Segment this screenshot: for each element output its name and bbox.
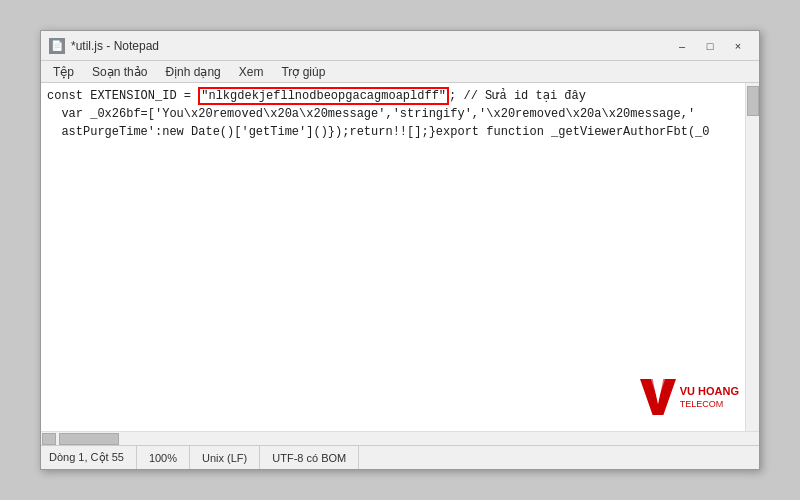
horizontal-scrollbar[interactable] (41, 431, 759, 445)
close-button[interactable]: × (725, 36, 751, 56)
minimize-button[interactable]: – (669, 36, 695, 56)
scrollbar-thumb[interactable] (747, 86, 759, 116)
menu-format[interactable]: Định dạng (157, 63, 228, 81)
logo-text-area: VU HOANG TELECOM (680, 385, 739, 408)
menu-edit[interactable]: Soạn thảo (84, 63, 155, 81)
highlighted-string: "nlkgdekjefllnodbeopgacagmoapldff" (198, 87, 449, 105)
scroll-left-btn[interactable] (42, 433, 56, 445)
logo-icon (640, 379, 676, 415)
logo-company: VU HOANG (680, 385, 739, 398)
title-bar-left: 📄 *util.js - Notepad (49, 38, 159, 54)
maximize-button[interactable]: □ (697, 36, 723, 56)
title-controls: – □ × (669, 36, 751, 56)
app-icon: 📄 (49, 38, 65, 54)
status-bar: Dòng 1, Cột 55 100% Unix (LF) UTF-8 có B… (41, 445, 759, 469)
menu-bar: Tệp Soạn thảo Định dạng Xem Trợ giúp (41, 61, 759, 83)
status-zoom: 100% (137, 446, 190, 469)
window-title: *util.js - Notepad (71, 39, 159, 53)
title-bar: 📄 *util.js - Notepad – □ × (41, 31, 759, 61)
logo-area: VU HOANG TELECOM (640, 379, 739, 415)
code-line-2: var _0x26bf=['You\x20removed\x20a\x20mes… (47, 107, 695, 121)
menu-view[interactable]: Xem (231, 63, 272, 81)
hscroll-thumb[interactable] (59, 433, 119, 445)
status-encoding: UTF-8 có BOM (260, 446, 359, 469)
notepad-window: 📄 *util.js - Notepad – □ × Tệp Soạn thảo… (40, 30, 760, 470)
code-before: const EXTENSION_ID = (47, 89, 198, 103)
status-position: Dòng 1, Cột 55 (49, 446, 137, 469)
code-line-1: const EXTENSION_ID = "nlkgdekjefllnodbeo… (47, 87, 586, 105)
vertical-scrollbar[interactable] (745, 83, 759, 431)
status-line-ending: Unix (LF) (190, 446, 260, 469)
menu-help[interactable]: Trợ giúp (273, 63, 333, 81)
menu-file[interactable]: Tệp (45, 63, 82, 81)
code-line-3: astPurgeTime':new Date()['getTime']()});… (47, 125, 710, 139)
code-comment: ; // Sửa id tại đây (449, 89, 586, 103)
logo-sub: TELECOM (680, 399, 739, 409)
